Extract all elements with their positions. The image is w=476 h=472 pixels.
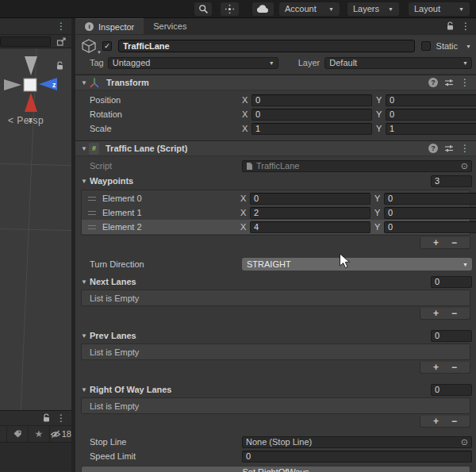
element1-x-field[interactable] — [250, 207, 370, 219]
static-dropdown-arrow[interactable]: ▼ — [466, 44, 471, 49]
rotation-x-field[interactable] — [251, 109, 372, 121]
waypoints-header[interactable]: ▼ Waypoints — [79, 175, 472, 187]
drag-handle-icon[interactable] — [82, 211, 102, 215]
gizmo-axis-x-cone[interactable] — [25, 93, 37, 112]
next-lanes-empty: List is Empty — [81, 290, 470, 306]
element2-x-field[interactable] — [250, 221, 370, 233]
check-icon: ✓ — [104, 42, 110, 50]
add-element-button[interactable]: + — [433, 417, 439, 425]
gizmo-axis-left-cone[interactable] — [4, 79, 21, 90]
favorites-button[interactable]: ★ — [29, 426, 50, 442]
scene-search-field[interactable] — [0, 36, 51, 47]
scale-y-field[interactable] — [386, 123, 476, 135]
add-element-button[interactable]: + — [433, 239, 439, 247]
drag-handle-icon[interactable] — [82, 197, 102, 201]
gameobject-icon-button[interactable]: ▼ — [80, 37, 102, 55]
static-checkbox[interactable] — [421, 41, 431, 51]
element0-y-field[interactable] — [384, 193, 476, 205]
transform-header[interactable]: ▼ Transform ? ⋮ — [75, 75, 476, 90]
tab-services[interactable]: Services — [144, 18, 196, 34]
layers-dropdown[interactable]: Layers ▼ — [347, 2, 399, 16]
tab-inspector[interactable]: i Inspector — [75, 18, 144, 34]
right-of-way-lanes-count-field[interactable] — [431, 384, 472, 396]
presets-icon[interactable] — [444, 144, 454, 153]
component-menu-icon[interactable]: ⋮ — [460, 78, 470, 87]
add-element-button[interactable]: + — [433, 309, 439, 317]
scale-x-field[interactable] — [251, 123, 372, 135]
speed-limit-field[interactable] — [242, 451, 472, 462]
position-label: Position — [75, 95, 242, 105]
layer-dropdown[interactable]: Default ▼ — [324, 57, 472, 69]
cloud-button[interactable] — [252, 2, 274, 16]
remove-element-button[interactable]: − — [451, 239, 457, 247]
position-y-field[interactable] — [386, 94, 476, 106]
tag-filter-button[interactable] — [7, 426, 29, 442]
turn-direction-dropdown[interactable]: STRAIGHT ▼ — [242, 258, 472, 271]
tag-label: Tag — [90, 58, 104, 67]
panel-menu-icon[interactable]: ⋮ — [56, 21, 66, 31]
element1-y-field[interactable] — [384, 207, 476, 219]
transform-icon — [89, 77, 100, 88]
chevron-down-icon: ▼ — [463, 262, 468, 267]
element0-x-field[interactable] — [250, 193, 370, 205]
inspector-menu-icon[interactable]: ⋮ — [461, 21, 470, 31]
gameobject-name-field[interactable] — [118, 40, 415, 52]
panel-menu-icon[interactable]: ⋮ — [56, 413, 66, 423]
account-label: Account — [285, 4, 317, 13]
help-icon[interactable]: ? — [428, 144, 438, 153]
drag-handle-icon[interactable] — [82, 225, 102, 229]
rotation-y-field[interactable] — [386, 109, 476, 121]
remove-element-button[interactable]: − — [451, 363, 457, 371]
gizmo-axis-up-cone[interactable] — [25, 56, 37, 75]
inspector-lock-icon[interactable] — [446, 21, 455, 31]
remove-element-button[interactable]: − — [451, 417, 457, 425]
gizmo-center-cube[interactable] — [24, 79, 36, 91]
search-button[interactable] — [194, 2, 212, 16]
set-rightofways-button[interactable]: Set RightOfWays — [81, 466, 470, 472]
right-of-way-lanes-header[interactable]: ▼ Right Of Way Lanes — [79, 383, 472, 396]
foldout-icon[interactable]: ▼ — [79, 79, 89, 86]
scene-viewport[interactable]: z x < Persp — [0, 48, 71, 410]
next-lanes-header[interactable]: ▼ Next Lanes — [79, 275, 472, 288]
waypoint-row-1[interactable]: Element 1 X Y Z — [82, 205, 470, 220]
maximize-icon — [56, 36, 67, 47]
next-lanes-count-field[interactable] — [431, 276, 472, 288]
rotation-row: Rotation X Y Z — [75, 108, 472, 121]
waypoints-count-field[interactable] — [431, 175, 472, 187]
element2-y-field[interactable] — [384, 221, 476, 233]
axis-y-label: Y — [374, 194, 381, 203]
activity-button[interactable] — [221, 2, 239, 16]
perspective-toggle[interactable]: < Persp — [8, 115, 44, 126]
remove-element-button[interactable]: − — [451, 309, 457, 317]
foldout-icon[interactable]: ▼ — [79, 145, 89, 152]
waypoint-row-0[interactable]: Element 0 X Y Z — [82, 191, 470, 205]
script-object-field[interactable]: TrafficLane ⊙ — [242, 160, 472, 172]
object-picker-icon[interactable]: ⊙ — [461, 438, 468, 447]
layout-dropdown[interactable]: Layout ▼ — [409, 2, 470, 16]
traffic-lane-header[interactable]: ▼ # Traffic Lane (Script) ? ⋮ — [75, 140, 476, 156]
prev-lanes-count-field[interactable] — [431, 330, 472, 342]
object-picker-icon[interactable]: ⊙ — [461, 162, 468, 171]
presets-icon[interactable] — [444, 78, 454, 87]
active-checkbox[interactable]: ✓ — [102, 41, 112, 51]
waypoints-list-footer: + − — [420, 237, 470, 249]
stop-line-object-field[interactable]: None (Stop Line) ⊙ — [242, 436, 472, 448]
component-menu-icon[interactable]: ⋮ — [460, 144, 470, 153]
help-icon[interactable]: ? — [428, 78, 438, 87]
layer-label: Layer — [298, 58, 321, 67]
foldout-icon[interactable]: ▼ — [79, 386, 89, 393]
scene-visibility-button[interactable]: 18 — [50, 426, 71, 442]
gizmo-lock-icon[interactable] — [56, 61, 64, 72]
maximize-button[interactable] — [55, 36, 67, 48]
position-x-field[interactable] — [251, 94, 372, 106]
add-element-button[interactable]: + — [433, 363, 439, 371]
account-dropdown[interactable]: Account ▼ — [279, 2, 340, 16]
lock-icon[interactable] — [42, 413, 51, 423]
prev-lanes-header[interactable]: ▼ Prev Lanes — [79, 329, 472, 342]
foldout-icon[interactable]: ▼ — [79, 278, 89, 286]
foldout-icon[interactable]: ▼ — [79, 178, 89, 185]
waypoint-row-2[interactable]: Element 2 X Y Z — [82, 220, 470, 234]
foldout-icon[interactable]: ▼ — [79, 332, 89, 340]
element-label: Element 2 — [102, 222, 240, 232]
tag-dropdown[interactable]: Untagged ▼ — [108, 57, 278, 69]
